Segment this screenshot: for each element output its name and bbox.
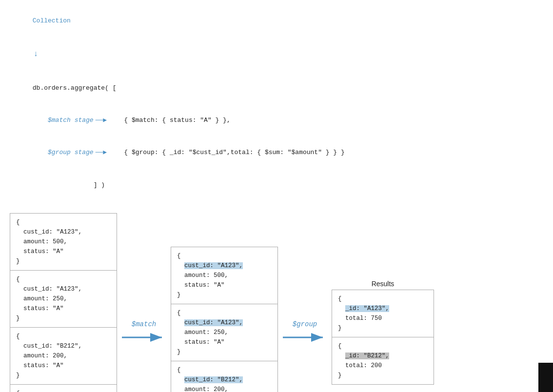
match-box: { cust_id: "A123", amount: 500, status: … (171, 247, 278, 392)
collection-doc-2: { cust_id: "B212", amount: 200, status: … (10, 328, 117, 385)
match-highlight-2: cust_id: "B212", (184, 376, 243, 383)
match-arrow-graphic (122, 330, 166, 345)
match-stage-label: $match stage (33, 117, 94, 124)
match-stage-arrow: ──▶ (96, 115, 107, 126)
results-title: Results (372, 280, 395, 288)
collection-arrow-line: ↓ (10, 37, 543, 72)
collection-column: { cust_id: "A123", amount: 500, status: … (10, 213, 117, 392)
match-stage-line: $match stage──▶ { $match: { status: "A" … (10, 104, 543, 137)
match-arrow-label: $match (132, 320, 156, 328)
db-aggregate-line: db.orders.aggregate( [ (10, 72, 543, 104)
match-stage-code: { $match: { status: "A" } }, (109, 117, 231, 124)
collection-doc-3: { cust_id: "A123", amount: 300, status: … (10, 385, 117, 392)
db-aggregate-text: db.orders.aggregate( [ (33, 84, 117, 92)
match-highlight-0: cust_id: "A123", (184, 262, 243, 269)
result-highlight-1: _id: "B212", (345, 353, 389, 359)
group-stage-arrow: ──▶ (96, 147, 107, 158)
group-arrow-label: $group (293, 320, 317, 328)
match-doc-2: { cust_id: "B212", amount: 200, status: … (171, 361, 277, 392)
diagram-section: { cust_id: "A123", amount: 500, status: … (10, 213, 543, 392)
collection-doc-0: { cust_id: "A123", amount: 500, status: … (10, 214, 117, 271)
result-highlight-0: _id: "A123", (345, 305, 389, 312)
match-arrow-container: $match (117, 320, 171, 345)
close-bracket-line: ] ) (10, 169, 543, 201)
match-doc-0: { cust_id: "A123", amount: 500, status: … (171, 247, 277, 304)
close-bracket: ] ) (33, 181, 105, 189)
match-highlight-1: cust_id: "A123", (184, 319, 243, 326)
group-arrow-graphic (283, 330, 327, 345)
code-section: Collection ↓ db.orders.aggregate( [ $mat… (10, 5, 543, 201)
collection-label: Collection (33, 17, 71, 24)
match-column: { cust_id: "A123", amount: 500, status: … (171, 247, 278, 392)
collection-down-arrow: ↓ (34, 48, 39, 61)
group-arrow-container: $group (278, 320, 332, 345)
results-box: { _id: "A123", total: 750 } { _id: "B212… (332, 290, 434, 385)
black-rect (538, 363, 553, 392)
result-doc-0: { _id: "A123", total: 750 } (332, 290, 434, 337)
result-doc-1: { _id: "B212", total: 200 } (332, 337, 434, 384)
results-column: Results { _id: "A123", total: 750 } { _i… (332, 280, 434, 385)
group-stage-label: $group stage (33, 149, 94, 156)
collection-doc-1: { cust_id: "A123", amount: 250, status: … (10, 271, 117, 328)
group-stage-line: $group stage──▶ { $group: { _id: "$cust_… (10, 137, 543, 169)
main-container: Collection ↓ db.orders.aggregate( [ $mat… (0, 0, 553, 392)
collection-box: { cust_id: "A123", amount: 500, status: … (10, 213, 117, 392)
group-stage-code: { $group: { _id: "$cust_id",total: { $su… (109, 149, 345, 156)
match-doc-1: { cust_id: "A123", amount: 250, status: … (171, 304, 277, 361)
collection-label-line: Collection (10, 5, 543, 37)
